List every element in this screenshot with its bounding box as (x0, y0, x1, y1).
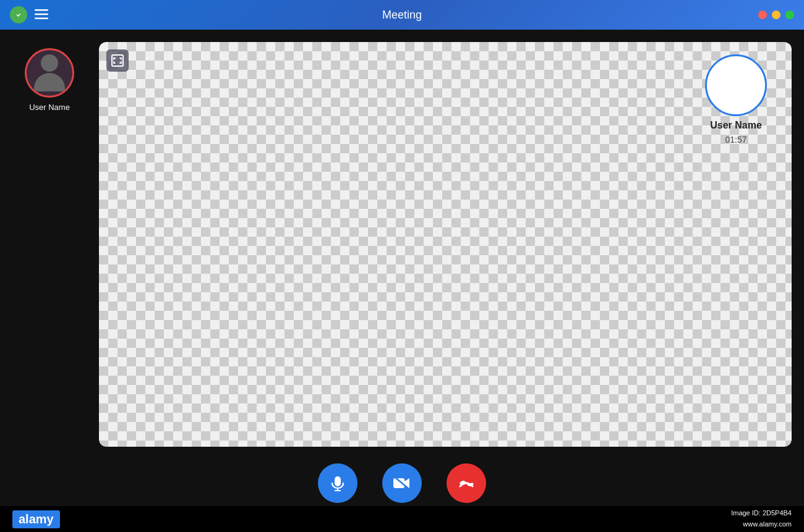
avatar-head (41, 54, 58, 72)
alamy-info: Image ID: 2D5P4B4 www.alamy.com (731, 508, 792, 530)
video-container: User Name 01:57 (99, 42, 792, 447)
shield-icon (10, 6, 27, 23)
sidebar: User Name (12, 42, 87, 447)
remote-user-name: User Name (710, 120, 762, 131)
call-timer: 01:57 (725, 135, 746, 145)
svg-rect-2 (35, 18, 48, 20)
svg-rect-1 (35, 14, 48, 15)
person-silhouette (31, 54, 68, 91)
title-bar: Meeting (0, 0, 804, 30)
svg-rect-4 (335, 476, 341, 486)
alamy-website: www.alamy.com (731, 519, 792, 530)
svg-rect-0 (35, 9, 48, 11)
expand-video-button[interactable] (106, 49, 129, 72)
end-call-circle (447, 463, 486, 503)
maximize-window-button[interactable] (785, 11, 794, 19)
alamy-logo: alamy (12, 510, 60, 528)
title-bar-left (10, 6, 48, 23)
main-area: User Name User Name 01:57 (0, 30, 804, 459)
alamy-footer: alamy Image ID: 2D5P4B4 www.alamy.com (0, 506, 804, 532)
participant-avatar (25, 48, 74, 98)
mute-circle (318, 463, 357, 503)
remote-user-panel: User Name 01:57 (705, 54, 767, 145)
window-controls (758, 11, 794, 19)
minimize-window-button[interactable] (772, 11, 780, 19)
participant-name: User Name (29, 103, 70, 112)
hamburger-menu-icon[interactable] (35, 9, 48, 21)
title-text: Meeting (382, 9, 422, 22)
avatar-body (34, 73, 65, 91)
remote-avatar (705, 54, 767, 116)
close-window-button[interactable] (758, 11, 767, 19)
alamy-image-id: Image ID: 2D5P4B4 (731, 508, 792, 519)
svg-rect-3 (112, 55, 123, 66)
stop-video-circle (382, 463, 422, 503)
